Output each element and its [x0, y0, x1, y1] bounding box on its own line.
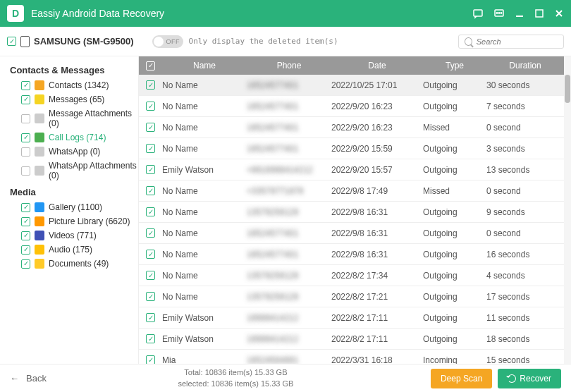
- table-row[interactable]: Mia185245848912022/3/31 16:18Incoming15 …: [139, 350, 564, 364]
- sidebar-item-checkbox[interactable]: [21, 231, 30, 240]
- table-row[interactable]: No Name185245774012022/9/8 16:31Outgoing…: [139, 223, 564, 244]
- row-checkbox[interactable]: [146, 207, 155, 216]
- sidebar-item-checkbox[interactable]: [21, 245, 30, 255]
- cell-phone: 18524577401: [247, 228, 331, 238]
- sidebar-item[interactable]: Message Attachments (0): [10, 106, 138, 130]
- search-icon: [465, 37, 472, 46]
- device-checkbox[interactable]: [7, 37, 16, 46]
- row-checkbox[interactable]: [146, 313, 155, 322]
- sidebar-item[interactable]: Audio (175): [10, 243, 138, 257]
- sidebar-item[interactable]: WhatsApp Attachments (0): [10, 159, 138, 183]
- row-checkbox[interactable]: [146, 271, 155, 280]
- cell-phone: 18524577401: [247, 102, 331, 111]
- sidebar-item[interactable]: Picture Library (6620): [10, 214, 138, 228]
- cell-duration: 0 second: [486, 186, 564, 196]
- deep-scan-button[interactable]: Deep Scan: [431, 369, 492, 388]
- row-checkbox[interactable]: [146, 80, 155, 90]
- table-row[interactable]: No Name185245774012022/10/25 17:01Outgoi…: [139, 75, 564, 96]
- table-row[interactable]: No Name135792581282022/8/2 17:34Outgoing…: [139, 265, 564, 286]
- table-row[interactable]: Emily Watson+86189884142122022/9/20 15:5…: [139, 159, 564, 180]
- table-row[interactable]: No Name185245774012022/9/20 16:23Missed0…: [139, 117, 564, 138]
- deleted-only-toggle[interactable]: OFF: [152, 35, 183, 48]
- app-logo-icon: D: [7, 5, 24, 22]
- col-duration[interactable]: Duration: [486, 61, 564, 71]
- sidebar-item[interactable]: WhatsApp (0): [10, 145, 138, 159]
- sidebar-item-checkbox[interactable]: [21, 147, 30, 157]
- cell-phone: 13579258128: [247, 207, 331, 217]
- sidebar: Contacts & MessagesContacts (1342)Messag…: [0, 56, 138, 364]
- search-box[interactable]: [458, 35, 564, 49]
- cell-date: 2022/8/2 17:11: [331, 313, 423, 323]
- sidebar-item[interactable]: Call Logs (714): [10, 130, 138, 145]
- recover-button[interactable]: Recover: [498, 369, 561, 388]
- cell-date: 2022/8/2 17:21: [331, 292, 423, 302]
- svg-point-4: [501, 13, 501, 13]
- sidebar-item-icon: [35, 166, 44, 176]
- category-header: Contacts & Messages: [10, 65, 138, 75]
- table-row[interactable]: No Name185245774012022/9/8 16:31Outgoing…: [139, 244, 564, 265]
- col-phone[interactable]: Phone: [247, 61, 331, 71]
- cell-duration: 13 seconds: [486, 165, 564, 175]
- app-title: Eassiy Android Data Recovery: [31, 8, 472, 19]
- row-checkbox[interactable]: [146, 334, 155, 343]
- sidebar-item-checkbox[interactable]: [21, 133, 30, 142]
- table-row[interactable]: No Name135792581282022/8/2 17:21Outgoing…: [139, 286, 564, 307]
- sidebar-item-checkbox[interactable]: [21, 95, 30, 104]
- svg-point-2: [496, 13, 497, 13]
- minimize-icon[interactable]: [515, 8, 524, 18]
- table-row[interactable]: No Name185245774012022/9/20 15:59Outgoin…: [139, 138, 564, 159]
- row-checkbox[interactable]: [146, 144, 155, 153]
- row-checkbox[interactable]: [146, 355, 155, 364]
- cell-type: Outgoing: [423, 165, 486, 175]
- maximize-icon[interactable]: [534, 8, 544, 18]
- cell-phone: 18524577401: [247, 123, 331, 133]
- sidebar-item-checkbox[interactable]: [21, 203, 30, 212]
- close-icon[interactable]: [554, 8, 564, 18]
- sidebar-item[interactable]: Messages (65): [10, 92, 138, 106]
- select-all-checkbox[interactable]: [146, 61, 155, 71]
- scrollbar[interactable]: [564, 56, 571, 364]
- sidebar-item-checkbox[interactable]: [21, 81, 30, 90]
- recover-icon: [508, 374, 516, 383]
- row-checkbox[interactable]: [146, 165, 155, 174]
- back-label: Back: [26, 373, 47, 384]
- scroll-thumb[interactable]: [565, 75, 570, 103]
- sidebar-item[interactable]: Contacts (1342): [10, 78, 138, 92]
- col-type[interactable]: Type: [423, 61, 486, 71]
- table-row[interactable]: No Name+335797718782022/9/8 17:49Missed0…: [139, 180, 564, 202]
- sidebar-item-label: Documents (49): [49, 259, 109, 269]
- table-row[interactable]: Emily Watson189884142122022/8/2 17:11Out…: [139, 329, 564, 350]
- search-input[interactable]: [477, 37, 558, 46]
- cell-duration: 15 seconds: [486, 355, 564, 365]
- cell-date: 2022/8/2 17:34: [331, 271, 423, 281]
- table-row[interactable]: No Name135792581282022/9/8 16:31Outgoing…: [139, 202, 564, 223]
- row-checkbox[interactable]: [146, 250, 155, 259]
- table-row[interactable]: No Name185245774012022/9/20 16:23Outgoin…: [139, 96, 564, 117]
- sidebar-item[interactable]: Videos (771): [10, 228, 138, 243]
- sidebar-item[interactable]: Documents (49): [10, 257, 138, 271]
- sidebar-item-checkbox[interactable]: [21, 217, 30, 226]
- col-name[interactable]: Name: [162, 61, 247, 71]
- row-checkbox[interactable]: [146, 186, 155, 195]
- sidebar-item-checkbox[interactable]: [21, 259, 30, 269]
- cell-name: No Name: [162, 144, 247, 154]
- col-date[interactable]: Date: [331, 61, 423, 71]
- row-checkbox[interactable]: [146, 292, 155, 301]
- feedback-icon[interactable]: [472, 8, 484, 19]
- row-checkbox[interactable]: [146, 123, 155, 132]
- cell-phone: 18524577401: [247, 80, 331, 90]
- sidebar-item[interactable]: Gallery (1100): [10, 200, 138, 214]
- cell-date: 2022/9/20 16:23: [331, 102, 423, 111]
- sidebar-item-checkbox[interactable]: [21, 166, 30, 176]
- row-checkbox[interactable]: [146, 102, 155, 111]
- sidebar-item-icon: [35, 216, 44, 226]
- cell-duration: 16 seconds: [486, 250, 564, 259]
- comment-icon[interactable]: [493, 8, 505, 19]
- row-checkbox[interactable]: [146, 228, 155, 238]
- cell-phone: +8618988414212: [247, 165, 331, 175]
- table-row[interactable]: Emily Watson189884142122022/8/2 17:11Out…: [139, 307, 564, 329]
- cell-date: 2022/3/31 16:18: [331, 355, 423, 365]
- back-button[interactable]: ← Back: [10, 373, 47, 384]
- sidebar-item-checkbox[interactable]: [21, 114, 30, 123]
- sidebar-item-label: Videos (771): [49, 231, 97, 240]
